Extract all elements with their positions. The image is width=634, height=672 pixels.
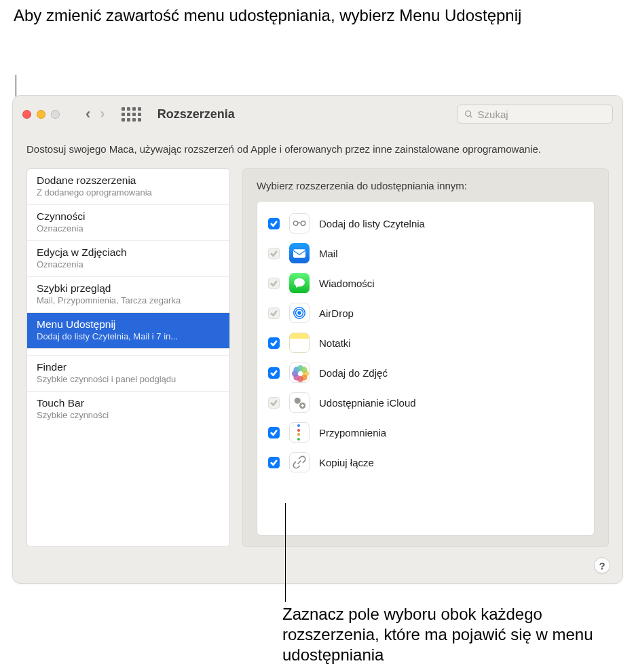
extension-label: Dodaj do Zdjęć: [319, 367, 388, 379]
sidebar-item-subtitle: Mail, Przypomnienia, Tarcza zegarka: [37, 295, 220, 305]
main-panel: Wybierz rozszerzenia do udostępniania in…: [242, 168, 609, 547]
sidebar-item-subtitle: Dodaj do listy Czytelnia, Mail i 7 in...: [37, 331, 220, 341]
extension-label: AirDrop: [319, 307, 354, 319]
extension-label: Udostępnianie iCloud: [319, 397, 416, 409]
sidebar-item-title: Finder: [37, 361, 220, 373]
help-button[interactable]: ?: [594, 557, 610, 574]
extension-list: Dodaj do listy CzytelniaMailWiadomościAi…: [257, 201, 595, 536]
window-controls: [22, 110, 60, 119]
window-title: Rozszerzenia: [157, 107, 235, 122]
svg-point-8: [295, 398, 301, 404]
back-button[interactable]: ‹: [81, 105, 94, 123]
sidebar-separator: [27, 349, 229, 356]
extension-row: Przypomnienia: [265, 417, 586, 447]
search-field[interactable]: [457, 105, 613, 124]
show-all-prefs-button[interactable]: [122, 107, 141, 122]
extension-checkbox[interactable]: [268, 337, 280, 349]
extension-checkbox[interactable]: [268, 457, 280, 468]
extension-label: Przypomnienia: [319, 427, 386, 438]
sidebar-item-subtitle: Szybkie czynności: [37, 410, 220, 420]
extension-label: Mail: [319, 248, 338, 259]
messages-icon: [289, 273, 310, 293]
extension-label: Notatki: [319, 337, 351, 349]
sidebar-item-subtitle: Szybkie czynności i panel podglądu: [37, 374, 220, 384]
extension-row: AirDrop: [265, 298, 586, 328]
zoom-window-button: [51, 110, 60, 119]
extension-row: Wiadomości: [265, 268, 586, 298]
sidebar-item-title: Czynności: [37, 210, 220, 223]
sidebar-item-menu-udostępnij[interactable]: Menu UdostępnijDodaj do listy Czytelnia,…: [27, 313, 229, 349]
preferences-window: ‹ › Rozszerzenia Dostosuj swojego Maca, …: [12, 95, 623, 584]
callout-bottom: Zaznacz pole wyboru obok każdego rozszer…: [282, 604, 634, 665]
sidebar-item-szybki-przegląd[interactable]: Szybki przeglądMail, Przypomnienia, Tarc…: [27, 277, 229, 313]
sidebar-item-czynności[interactable]: CzynnościOznaczenia: [27, 205, 229, 241]
forward-button: ›: [96, 105, 109, 123]
mail-icon: [289, 243, 310, 263]
callout-line: [285, 503, 286, 602]
extension-checkbox: [268, 248, 280, 259]
search-icon: [464, 109, 474, 119]
extension-checkbox[interactable]: [268, 427, 280, 438]
extension-row: Dodaj do Zdjęć: [265, 358, 586, 388]
svg-line-1: [470, 115, 472, 117]
sidebar-item-touch-bar[interactable]: Touch BarSzybkie czynności: [27, 392, 229, 427]
minimize-window-button[interactable]: [37, 110, 45, 119]
icloud-sharing-icon: [289, 392, 310, 413]
category-sidebar: Dodane rozszerzeniaZ dodanego oprogramow…: [26, 168, 230, 547]
extension-row: Kopiuj łącze: [265, 447, 586, 477]
reminders-icon: [289, 422, 310, 443]
copy-link-icon: [289, 452, 310, 472]
sidebar-item-edycja-w-zdjęciach[interactable]: Edycja w ZdjęciachOznaczenia: [27, 241, 229, 277]
extension-label: Kopiuj łącze: [319, 457, 374, 468]
titlebar: ‹ › Rozszerzenia: [13, 96, 622, 132]
photos-icon: [289, 362, 310, 383]
extension-label: Wiadomości: [319, 278, 375, 289]
sidebar-item-subtitle: Z dodanego oprogramowania: [37, 187, 220, 198]
extension-checkbox: [268, 397, 280, 409]
sidebar-item-title: Menu Udostępnij: [37, 318, 220, 331]
extension-checkbox: [268, 307, 280, 319]
extension-checkbox[interactable]: [268, 367, 280, 379]
sidebar-item-title: Edycja w Zdjęciach: [37, 246, 220, 259]
sidebar-item-title: Touch Bar: [37, 397, 220, 409]
sidebar-item-dodane-rozszerzenia[interactable]: Dodane rozszerzeniaZ dodanego oprogramow…: [27, 169, 229, 205]
airdrop-icon: [289, 303, 310, 323]
svg-point-5: [297, 311, 301, 315]
svg-point-3: [301, 221, 305, 225]
extension-checkbox[interactable]: [268, 218, 280, 229]
svg-point-0: [466, 111, 471, 116]
extension-row: Udostępnianie iCloud: [265, 388, 586, 417]
content-area: Dodane rozszerzeniaZ dodanego oprogramow…: [13, 156, 622, 561]
notes-icon: [289, 333, 310, 353]
extension-row: Dodaj do listy Czytelnia: [265, 208, 586, 238]
main-heading: Wybierz rozszerzenia do udostępniania in…: [257, 180, 595, 191]
extension-row: Mail: [265, 238, 586, 268]
sidebar-item-subtitle: Oznaczenia: [37, 259, 220, 269]
close-window-button[interactable]: [22, 110, 31, 119]
extension-row: Notatki: [265, 328, 586, 358]
svg-point-2: [293, 221, 297, 225]
callout-top: Aby zmienić zawartość menu udostępniania…: [14, 5, 521, 26]
extension-label: Dodaj do listy Czytelnia: [319, 218, 425, 229]
sidebar-item-finder[interactable]: FinderSzybkie czynności i panel podglądu: [27, 356, 229, 392]
search-input[interactable]: [478, 109, 605, 120]
svg-rect-4: [293, 249, 305, 258]
navigation-arrows: ‹ ›: [81, 105, 109, 123]
sidebar-item-subtitle: Oznaczenia: [37, 223, 220, 234]
reading-list-icon: [289, 213, 310, 234]
extension-checkbox: [268, 278, 280, 289]
sidebar-item-title: Dodane rozszerzenia: [37, 174, 220, 187]
description-text: Dostosuj swojego Maca, używając rozszerz…: [13, 132, 622, 156]
sidebar-item-title: Szybki przegląd: [37, 282, 220, 295]
